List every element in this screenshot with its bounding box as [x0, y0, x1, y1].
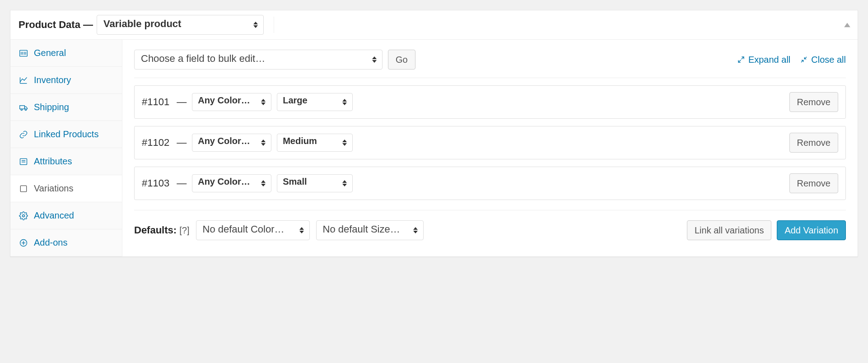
tab-label: Attributes [34, 156, 72, 167]
remove-variation-button[interactable]: Remove [789, 173, 838, 193]
panel-title: Product Data — [19, 19, 93, 31]
dash-separator: — [177, 177, 187, 189]
tab-linked-products[interactable]: Linked Products [10, 121, 122, 148]
variation-id: #1103 [142, 177, 169, 189]
truck-icon [19, 102, 28, 112]
variation-id: #1101 [142, 96, 169, 108]
svg-rect-14 [20, 186, 26, 191]
product-data-panel: Product Data — Variable product General [10, 10, 858, 257]
tab-label: Inventory [34, 75, 71, 85]
remove-variation-button[interactable]: Remove [789, 92, 838, 112]
tab-attributes[interactable]: Attributes [10, 148, 122, 175]
list-icon [19, 157, 28, 167]
svg-line-22 [738, 60, 741, 62]
remove-variation-button[interactable]: Remove [789, 133, 838, 153]
collapse-icon [800, 56, 807, 63]
tab-label: Shipping [34, 102, 69, 112]
variations-content: Choose a field to bulk edit… Go Expand a… [122, 40, 858, 256]
tab-inventory[interactable]: Inventory [10, 67, 122, 94]
tab-general[interactable]: General [10, 40, 122, 67]
variation-size-select[interactable]: Small [277, 174, 353, 192]
plus-circle-icon [19, 238, 28, 248]
product-type-select[interactable]: Variable product [97, 15, 264, 35]
link-all-variations-button[interactable]: Link all variations [687, 220, 771, 240]
variation-color-select[interactable]: Any Color… [192, 174, 271, 192]
svg-rect-3 [20, 50, 28, 56]
variation-color-select[interactable]: Any Color… [192, 134, 271, 152]
svg-point-15 [23, 214, 25, 217]
bulk-edit-select[interactable]: Choose a field to bulk edit… [134, 50, 383, 70]
dash-separator: — [177, 96, 187, 108]
tab-label: General [34, 48, 66, 58]
defaults-row: Defaults: [?] No default Color… No defau… [134, 210, 846, 240]
variation-row[interactable]: #1101 — Any Color… Large Remove [134, 85, 846, 119]
barcode-icon [19, 48, 28, 58]
add-variation-button[interactable]: Add Variation [777, 220, 846, 240]
tab-label: Advanced [34, 210, 74, 221]
expand-icon [737, 56, 745, 63]
tab-variations[interactable]: Variations [10, 175, 122, 202]
tab-addons[interactable]: Add-ons [10, 229, 122, 256]
collapse-panel-icon[interactable] [844, 20, 850, 30]
tab-label: Linked Products [34, 129, 98, 140]
svg-rect-11 [20, 158, 27, 164]
tab-shipping[interactable]: Shipping [10, 94, 122, 121]
product-tabs: General Inventory Shipping Linked Produc… [10, 40, 122, 256]
defaults-label: Defaults: [?] [134, 224, 190, 236]
variation-size-select[interactable]: Medium [277, 134, 353, 152]
svg-line-21 [742, 57, 744, 59]
help-icon[interactable]: [?] [179, 225, 189, 236]
square-icon [19, 184, 28, 194]
variation-id: #1102 [142, 137, 169, 149]
panel-body: General Inventory Shipping Linked Produc… [10, 40, 858, 256]
gear-icon [19, 211, 28, 221]
close-all-link[interactable]: Close all [800, 55, 846, 65]
svg-point-9 [21, 109, 22, 110]
bulk-edit-toolbar: Choose a field to bulk edit… Go Expand a… [134, 50, 846, 78]
variation-size-select[interactable]: Large [277, 93, 353, 111]
link-icon [19, 130, 28, 140]
svg-line-24 [801, 60, 803, 62]
header-divider [274, 17, 274, 33]
chart-icon [19, 75, 28, 85]
dash-separator: — [177, 137, 187, 149]
svg-marker-2 [844, 23, 850, 28]
default-color-select[interactable]: No default Color… [196, 220, 310, 240]
variation-row[interactable]: #1102 — Any Color… Medium Remove [134, 126, 846, 159]
expand-all-link[interactable]: Expand all [737, 55, 790, 65]
svg-point-10 [25, 109, 26, 110]
tab-label: Variations [34, 183, 73, 194]
panel-header: Product Data — Variable product [10, 10, 858, 40]
tab-advanced[interactable]: Advanced [10, 202, 122, 229]
default-size-select[interactable]: No default Size… [316, 220, 424, 240]
svg-line-23 [805, 57, 807, 59]
go-button[interactable]: Go [388, 50, 415, 70]
svg-rect-8 [20, 105, 25, 109]
tab-label: Add-ons [34, 237, 68, 248]
variation-color-select[interactable]: Any Color… [192, 93, 271, 111]
variation-row[interactable]: #1103 — Any Color… Small Remove [134, 167, 846, 200]
